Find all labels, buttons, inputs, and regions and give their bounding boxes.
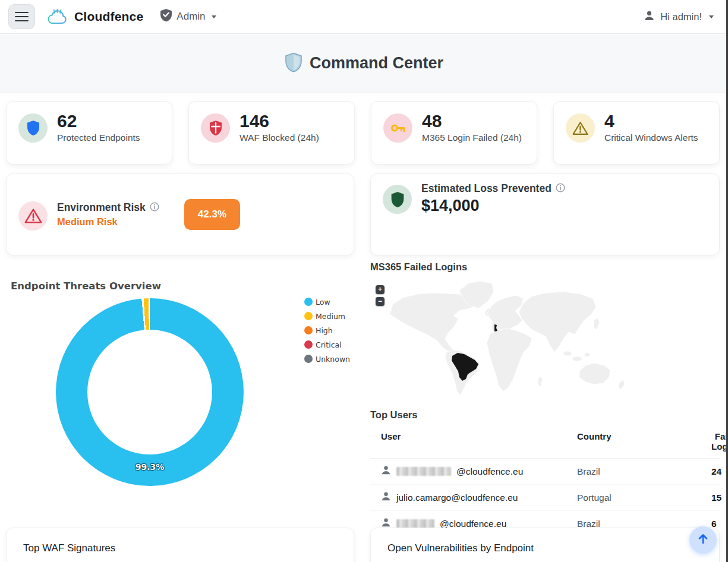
legend-item-high[interactable]: High [304,323,350,337]
hamburger-icon [15,12,29,13]
map-section-title: MS365 Failed Logins [370,261,720,273]
user-email: julio.camargo@cloudfence.eu [396,492,518,503]
admin-role-dropdown[interactable]: Admin [160,8,216,25]
loss-amount: $14,000 [421,197,565,215]
column-header-country: Country [577,431,711,452]
summary-row: Environment Risk Medium Risk 42.3% [6,173,720,255]
stat-label: Critical Windows Alerts [604,132,698,143]
warning-icon [18,201,48,231]
donut-chart[interactable]: 99.3% [56,298,244,486]
legend-item-medium[interactable]: Medium [304,309,350,323]
legend-dot [304,312,313,320]
loss-prevented-card: Estimated Loss Prevented $14,000 [370,173,720,255]
table-header: User Country Failed Logins [370,427,720,459]
warning-icon [566,113,595,143]
legend-item-low[interactable]: Low [304,295,350,309]
endpoint-threats-chart: Endpoint Threats Overview 99.3% Low Medi… [6,267,354,526]
command-center-shield-icon [285,52,302,75]
shield-check-icon [160,8,172,25]
table-row: @cloudfence.eu Brazil 24 [370,459,720,485]
column-header-failed-logins: Failed Logins [711,431,728,452]
shield-icon [18,113,48,143]
user-country: Portugal [577,492,711,503]
menu-toggle-button[interactable] [8,4,35,29]
shield-cross-icon [201,113,230,143]
info-icon[interactable] [150,202,159,214]
stats-row: 62 Protected Endpoints 146 WAF Blocked (… [6,101,720,165]
top-navbar: Cloudfence Admin Hi admin! [0,0,728,34]
open-vulnerabilities-card: Open Vulnerabilities by Endpoint [370,528,720,562]
risk-card-title: Environment Risk [57,201,146,214]
map-zoom-in-button[interactable]: + [376,285,385,294]
user-country: Brazil [577,466,711,477]
loss-card-title: Estimated Loss Prevented [421,182,551,195]
column-header-user: User [381,431,577,452]
page-title: Command Center [310,54,443,72]
ms365-failed-logins-section: MS365 Failed Logins [370,261,720,537]
chevron-down-icon [212,15,216,18]
top-users-title: Top Users [370,409,720,421]
stat-card-waf-blocked: 146 WAF Blocked (24h) [188,101,355,165]
top-waf-signatures-card: Top WAF Signatures [6,528,354,562]
stat-card-critical-windows-alerts: 4 Critical Windows Alerts [553,101,720,165]
cloudfence-logo-icon [46,7,68,26]
person-icon [381,465,391,478]
person-icon [381,491,391,504]
donut-hole [87,330,212,454]
legend-dot [304,298,313,306]
table-row: julio.camargo@cloudfence.eu Portugal 15 [370,485,720,511]
chart-title: Endpoint Threats Overview [11,280,161,292]
redacted-username [396,467,451,476]
chevron-down-icon [709,15,714,18]
user-menu-dropdown[interactable]: Hi admin! [644,10,714,24]
top-users-table: User Country Failed Logins @cloudfence.e… [370,427,720,537]
stat-label: M365 Login Failed (24h) [422,132,522,143]
page-header: Command Center [0,34,728,93]
world-map-svg [370,277,720,400]
stat-card-m365-login-failed: 48 M365 Login Failed (24h) [371,101,537,165]
stat-card-protected-endpoints: 62 Protected Endpoints [6,101,172,165]
shield-icon [383,185,412,214]
risk-level-label: Medium Risk [57,216,159,228]
person-icon [644,10,655,24]
stat-value: 146 [239,111,319,131]
map-zoom-out-button[interactable]: − [376,297,385,306]
scroll-to-top-button[interactable] [689,526,717,554]
stat-label: Protected Endpoints [57,132,140,143]
arrow-up-icon [697,532,710,548]
donut-percent-label: 99.3% [56,462,244,472]
role-label: Admin [177,11,205,23]
brand-title: Cloudfence [74,10,143,24]
legend-dot [304,355,313,363]
bottom-row: Top WAF Signatures Open Vulnerabilities … [6,528,720,562]
legend-item-unknown[interactable]: Unknown [304,352,350,366]
failed-logins-count: 15 [711,492,721,503]
stat-value: 48 [422,111,522,131]
key-icon [383,113,412,143]
vulns-card-title: Open Vulnerabilities by Endpoint [387,542,702,554]
user-email: @cloudfence.eu [456,466,523,477]
world-map[interactable]: + − [370,277,720,400]
info-icon[interactable] [556,183,565,195]
legend-dot [304,340,313,349]
map-zoom-controls: + − [376,285,385,306]
stat-label: WAF Blocked (24h) [239,132,319,143]
environment-risk-card: Environment Risk Medium Risk 42.3% [6,173,354,255]
greeting-label: Hi admin! [660,11,702,23]
stat-value: 62 [57,111,140,131]
legend-item-critical[interactable]: Critical [304,337,350,352]
failed-logins-count: 24 [711,466,721,477]
stat-value: 4 [604,111,698,131]
waf-card-title: Top WAF Signatures [23,542,337,554]
risk-percent-badge: 42.3% [184,199,240,230]
legend-dot [304,326,313,334]
redacted-username [396,519,434,528]
chart-legend: Low Medium High Critical Unknown [304,295,350,366]
dashboard-screen: Cloudfence Admin Hi admin! [0,0,728,562]
